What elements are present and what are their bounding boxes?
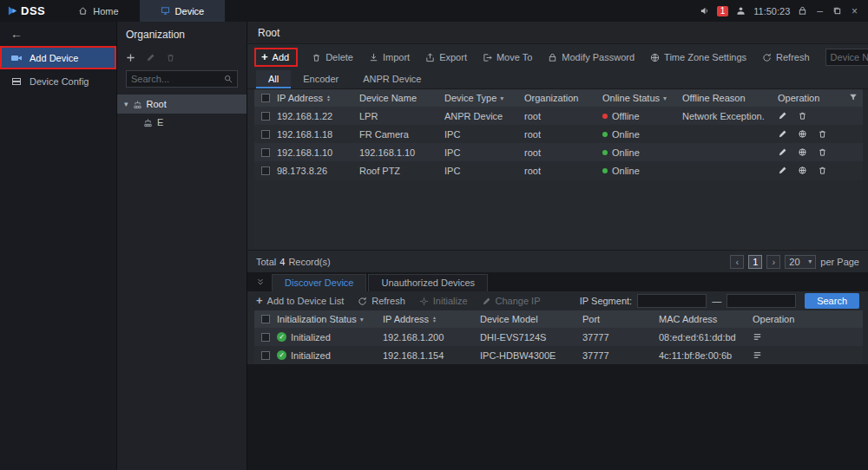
ip-segment-start-input[interactable] bbox=[637, 294, 707, 308]
filter-funnel-icon[interactable] bbox=[849, 93, 858, 103]
tab-device[interactable]: Device bbox=[140, 0, 226, 22]
delete-icon[interactable] bbox=[818, 129, 827, 139]
top-right-controls: 1 11:50:23 – × bbox=[700, 5, 868, 17]
col-offline-reason: Offline Reason bbox=[682, 93, 778, 103]
filter-caret-icon[interactable]: ▾ bbox=[500, 95, 503, 102]
tree-node-label: E bbox=[157, 117, 163, 127]
move-to-button[interactable]: Move To bbox=[483, 52, 532, 62]
edit-org-icon[interactable] bbox=[146, 53, 155, 62]
col-ip-address[interactable]: IP Address ▲▼ bbox=[383, 314, 480, 324]
web-config-icon[interactable] bbox=[798, 166, 807, 175]
total-count: 4 bbox=[279, 257, 285, 267]
organization-search bbox=[126, 70, 238, 88]
row-checkbox[interactable] bbox=[261, 130, 270, 139]
edit-icon[interactable] bbox=[778, 129, 787, 139]
add-to-list-icon[interactable] bbox=[753, 332, 762, 342]
row-checkbox[interactable] bbox=[261, 166, 270, 175]
time-zone-settings-button[interactable]: Time Zone Settings bbox=[650, 52, 746, 62]
export-icon bbox=[425, 53, 435, 62]
cell-device-type: IPC bbox=[444, 166, 524, 176]
add-button[interactable]: + Add bbox=[256, 49, 296, 65]
next-page-button[interactable]: › bbox=[766, 255, 780, 269]
tab-all[interactable]: All bbox=[256, 70, 291, 88]
status-text: Offline bbox=[612, 111, 640, 121]
row-checkbox[interactable] bbox=[261, 351, 270, 360]
web-config-icon[interactable] bbox=[798, 129, 807, 139]
tab-anpr-device[interactable]: ANPR Device bbox=[351, 70, 433, 88]
change-ip-button[interactable]: Change IP bbox=[482, 296, 541, 306]
page-size-select[interactable]: 20 ▾ bbox=[785, 255, 816, 269]
edit-icon[interactable] bbox=[778, 166, 787, 175]
table-row[interactable]: 192.168.1.22 LPR ANPR Device root Offlin… bbox=[254, 107, 863, 125]
lock-icon[interactable] bbox=[798, 6, 807, 16]
minimize-button[interactable]: – bbox=[815, 5, 825, 17]
delete-button[interactable]: Delete bbox=[312, 52, 353, 62]
password-lock-icon bbox=[548, 53, 557, 62]
add-to-device-list-button[interactable]: + Add to Device List bbox=[256, 296, 344, 306]
tab-discover-device[interactable]: Discover Device bbox=[272, 274, 366, 291]
col-ip-address[interactable]: IP Address ▲▼ bbox=[277, 93, 359, 103]
delete-icon[interactable] bbox=[818, 166, 827, 175]
ip-segment-end-input[interactable] bbox=[727, 294, 796, 308]
discover-refresh-button[interactable]: Refresh bbox=[358, 296, 405, 306]
table-empty-area bbox=[254, 180, 863, 250]
device-search-input[interactable] bbox=[831, 52, 868, 62]
speaker-icon[interactable] bbox=[700, 6, 709, 16]
delete-icon[interactable] bbox=[818, 147, 827, 157]
cell-device-name: 192.168.1.10 bbox=[359, 147, 444, 158]
add-to-list-icon[interactable] bbox=[753, 350, 762, 360]
tab-encoder[interactable]: Encoder bbox=[291, 70, 351, 88]
col-device-type[interactable]: Device Type ▾ bbox=[444, 93, 524, 103]
tree-expand-icon[interactable]: ▾ bbox=[124, 100, 128, 108]
import-button[interactable]: Import bbox=[369, 52, 410, 62]
back-button[interactable]: ← bbox=[0, 22, 116, 46]
tab-unauthorized-devices[interactable]: Unauthorized Devices bbox=[368, 274, 488, 291]
top-bar: DSS Home Device 1 11:50:23 – × bbox=[0, 0, 868, 22]
back-arrow-icon: ← bbox=[10, 27, 23, 41]
segment-search-button[interactable]: Search bbox=[805, 293, 859, 309]
row-checkbox[interactable] bbox=[261, 333, 270, 342]
export-button[interactable]: Export bbox=[425, 52, 467, 62]
discover-row[interactable]: ✓ Initialized 192.168.1.200 DHI-EVS7124S… bbox=[254, 328, 863, 346]
table-row[interactable]: 98.173.8.26 Roof PTZ IPC root Online bbox=[254, 161, 863, 180]
edit-icon[interactable] bbox=[778, 147, 787, 157]
sidebar-item-add-device[interactable]: Add Device bbox=[0, 46, 116, 69]
row-checkbox[interactable] bbox=[261, 148, 270, 157]
prev-page-button[interactable]: ‹ bbox=[730, 255, 744, 269]
tab-home[interactable]: Home bbox=[57, 0, 139, 22]
table-row[interactable]: 192.168.1.10 192.168.1.10 IPC root Onlin… bbox=[254, 143, 863, 161]
col-online-status[interactable]: Online Status ▾ bbox=[602, 93, 682, 103]
filter-caret-icon[interactable]: ▾ bbox=[360, 316, 364, 323]
add-org-icon[interactable] bbox=[126, 53, 135, 62]
delete-org-icon[interactable] bbox=[166, 53, 175, 62]
discover-row[interactable]: ✓ Initialized 192.168.1.154 IPC-HDBW4300… bbox=[254, 346, 863, 364]
filter-caret-icon[interactable]: ▾ bbox=[663, 95, 667, 102]
initialize-button[interactable]: Initialize bbox=[419, 296, 468, 306]
table-row[interactable]: 192.168.1.18 FR Camera IPC root Online bbox=[254, 125, 863, 143]
notification-badge[interactable]: 1 bbox=[717, 6, 729, 16]
web-config-icon[interactable] bbox=[798, 147, 807, 157]
delete-icon[interactable] bbox=[798, 111, 807, 121]
sidebar-item-device-config[interactable]: Device Config bbox=[0, 69, 116, 93]
restore-button[interactable] bbox=[832, 6, 842, 16]
close-button[interactable]: × bbox=[850, 5, 859, 17]
sort-icon[interactable]: ▲▼ bbox=[432, 316, 437, 323]
tree-node-root[interactable]: ▾ Root bbox=[117, 95, 247, 114]
refresh-button[interactable]: Refresh bbox=[762, 52, 810, 62]
clock-time: 11:50:23 bbox=[753, 6, 790, 16]
organization-icon bbox=[133, 100, 142, 109]
row-checkbox[interactable] bbox=[261, 112, 270, 121]
sort-icon[interactable]: ▲▼ bbox=[326, 95, 331, 101]
collapse-panel-icon[interactable] bbox=[251, 277, 270, 286]
organization-search-input[interactable] bbox=[131, 74, 224, 84]
select-all-checkbox[interactable] bbox=[261, 94, 270, 102]
chevron-down-icon: ▾ bbox=[808, 258, 812, 265]
device-table-header: IP Address ▲▼ Device Name Device Type ▾ … bbox=[254, 89, 863, 107]
edit-icon[interactable] bbox=[778, 111, 787, 121]
modify-password-button[interactable]: Modify Password bbox=[548, 52, 635, 62]
current-page[interactable]: 1 bbox=[748, 255, 762, 269]
select-all-checkbox[interactable] bbox=[261, 315, 270, 323]
tree-node-child[interactable]: E bbox=[117, 114, 247, 131]
user-icon[interactable] bbox=[736, 6, 746, 16]
col-initialization-status[interactable]: Initialization Status ▾ bbox=[277, 314, 383, 324]
